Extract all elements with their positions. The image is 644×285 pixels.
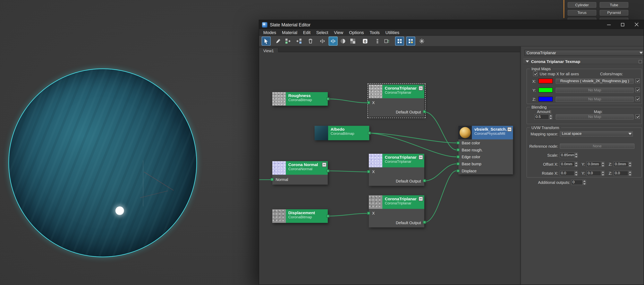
spinner-up-icon[interactable] (582, 180, 586, 182)
input-socket-base-color[interactable] (456, 141, 460, 144)
move-children-active-button[interactable] (329, 37, 338, 46)
create-panel-button-partial[interactable] (568, 18, 596, 20)
node-roughness[interactable]: Roughness CoronaBitmap (272, 92, 328, 106)
panel-splitter[interactable] (520, 47, 522, 284)
node-selector-dropdown[interactable]: CoronaTriplanar (524, 50, 644, 56)
spinner-up-icon[interactable] (574, 153, 578, 155)
rollout-header[interactable]: Corona Triplanar Texmap (523, 58, 644, 64)
input-socket[interactable] (367, 170, 370, 173)
map-button-y[interactable]: No Map (556, 88, 634, 93)
map-button-z[interactable]: No Map (556, 97, 634, 102)
output-socket[interactable] (326, 169, 330, 172)
node-corona-normal[interactable]: Corona Normal CoronaNormal Normal (272, 161, 328, 185)
spinner-down-icon[interactable] (574, 164, 578, 167)
output-socket[interactable] (423, 110, 426, 113)
select-tool-button[interactable] (262, 37, 270, 46)
minimize-button[interactable] (602, 20, 616, 29)
map-enable-checkbox-y[interactable] (636, 88, 640, 92)
mapping-space-dropdown[interactable]: Local space (560, 131, 633, 137)
node-albedo[interactable]: Albedo CoronaBitmap (314, 126, 369, 140)
input-socket-base-rough[interactable] (456, 148, 460, 151)
spinner-down-icon[interactable] (628, 173, 632, 176)
close-button[interactable] (630, 20, 644, 29)
menu-modes[interactable]: Modes (260, 29, 279, 35)
show-background-button[interactable] (338, 37, 348, 46)
offset-z-spinner[interactable]: 0.0mm (614, 162, 632, 167)
menu-material[interactable]: Material (279, 29, 300, 35)
offset-y-spinner[interactable]: 0.0mm (586, 162, 604, 167)
spinner-up-icon[interactable] (601, 171, 604, 173)
input-socket-displace[interactable] (456, 169, 460, 172)
color-swatch-y[interactable] (538, 88, 553, 93)
amount-spinner[interactable]: 0.5 (534, 114, 552, 120)
color-swatch-z[interactable] (538, 97, 553, 102)
spinner-up-icon[interactable] (574, 162, 578, 164)
node-triplanar-mid[interactable]: CoronaTriplanar CoronaTriplanar X Defaul… (369, 154, 424, 186)
delete-selected-button[interactable] (306, 37, 315, 46)
spinner-down-icon[interactable] (628, 164, 632, 167)
output-socket[interactable] (368, 132, 371, 135)
node-preview-button[interactable] (382, 37, 391, 46)
output-socket[interactable] (423, 179, 426, 182)
offset-x-spinner[interactable]: 0.0mm (560, 162, 578, 167)
spinner-up-icon[interactable] (628, 171, 632, 173)
menu-utilities[interactable]: Utilities (382, 29, 402, 35)
rotate-y-spinner[interactable]: 0.0 (586, 171, 604, 176)
create-pyramid-button[interactable]: Pyramid (600, 10, 628, 16)
scale-spinner[interactable]: 0.85mm (560, 153, 578, 158)
input-socket-base-bump[interactable] (456, 162, 460, 165)
use-map-x-checkbox[interactable] (533, 72, 538, 76)
node-physical-material[interactable]: vbsielk_Scratch... CoronaPhysicalMtl Bas… (458, 126, 513, 174)
spinner-down-icon[interactable] (601, 164, 604, 167)
map-enable-checkbox-x[interactable] (636, 78, 640, 83)
collapse-node-button[interactable] (418, 155, 423, 159)
create-torus-button[interactable]: Torus (568, 10, 596, 16)
spinner-up-icon[interactable] (549, 114, 552, 117)
spinner-up-icon[interactable] (574, 171, 578, 173)
create-tube-button[interactable]: Tube (600, 2, 628, 8)
blend-map-checkbox[interactable] (636, 114, 640, 119)
material-id-button[interactable] (417, 37, 426, 46)
additional-outputs-spinner[interactable]: 0 (571, 180, 586, 185)
menu-edit[interactable]: Edit (300, 29, 313, 35)
assign-material-button[interactable] (283, 37, 292, 46)
menu-options[interactable]: Options (346, 29, 366, 35)
collapse-node-button[interactable] (507, 127, 512, 132)
menu-select[interactable]: Select (314, 29, 331, 35)
map-button-x[interactable]: Roughness ( vbsielk_2K_Roughness.jpg ) (556, 78, 634, 84)
spinner-up-icon[interactable] (628, 162, 632, 164)
output-socket[interactable] (326, 215, 330, 217)
put-material-button[interactable] (294, 37, 304, 46)
input-socket[interactable] (367, 212, 370, 215)
node-triplanar-bottom[interactable]: CoronaTriplanar CoronaTriplanar X Defaul… (369, 195, 424, 227)
zero-output-button[interactable]: 0 (361, 37, 370, 46)
move-children-button[interactable] (318, 37, 327, 46)
menu-view[interactable]: View (331, 29, 346, 35)
maximize-button[interactable] (616, 20, 630, 29)
layout-all-button[interactable] (395, 37, 404, 46)
create-cylinder-button[interactable]: Cylinder (568, 2, 596, 8)
pick-material-button[interactable] (274, 37, 282, 46)
node-graph-view[interactable]: Roughness CoronaBitmap CoronaTriplanar (259, 52, 520, 284)
input-socket[interactable] (270, 178, 274, 181)
node-displacement[interactable]: Displacement CoronaBitmap (272, 209, 328, 223)
spinner-down-icon[interactable] (582, 182, 586, 185)
collapse-node-button[interactable] (418, 86, 423, 90)
show-transparency-button[interactable] (348, 37, 357, 46)
menu-tools[interactable]: Tools (367, 29, 382, 35)
output-socket[interactable] (326, 97, 330, 100)
rotate-z-spinner[interactable]: 0.0 (614, 171, 632, 176)
input-socket[interactable] (367, 101, 370, 104)
title-bar[interactable]: Slate Material Editor (259, 20, 644, 29)
spinner-up-icon[interactable] (601, 162, 604, 164)
reference-node-button[interactable]: None (560, 144, 634, 149)
layout-children-button[interactable] (406, 37, 415, 46)
collapse-node-button[interactable] (418, 197, 423, 201)
input-socket-edge-color[interactable] (456, 155, 460, 158)
collapse-node-button[interactable] (322, 162, 326, 167)
spinner-down-icon[interactable] (549, 117, 552, 120)
node-triplanar-top[interactable]: CoronaTriplanar CoronaTriplanar X Defaul… (369, 85, 424, 117)
create-panel-button-partial[interactable] (600, 18, 628, 20)
color-swatch-x[interactable] (538, 78, 553, 83)
spinner-down-icon[interactable] (601, 173, 604, 176)
